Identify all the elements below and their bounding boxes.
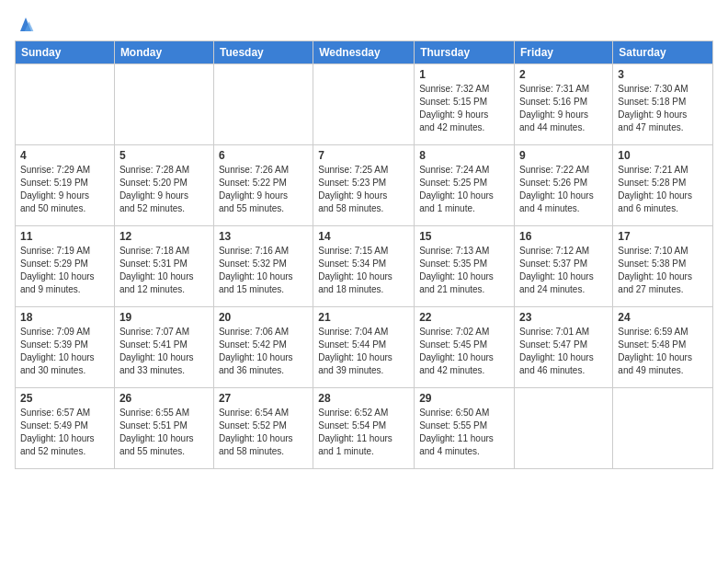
day-info: Sunrise: 7:13 AM Sunset: 5:35 PM Dayligh…	[419, 245, 509, 296]
day-info: Sunrise: 7:31 AM Sunset: 5:16 PM Dayligh…	[519, 83, 608, 134]
day-cell: 15Sunrise: 7:13 AM Sunset: 5:35 PM Dayli…	[415, 226, 515, 307]
day-number: 28	[318, 392, 409, 405]
day-cell: 18Sunrise: 7:09 AM Sunset: 5:39 PM Dayli…	[16, 307, 115, 388]
day-info: Sunrise: 6:59 AM Sunset: 5:48 PM Dayligh…	[618, 326, 708, 377]
logo	[15, 15, 40, 37]
day-cell: 12Sunrise: 7:18 AM Sunset: 5:31 PM Dayli…	[114, 226, 213, 307]
day-number: 6	[219, 149, 308, 162]
day-number: 11	[20, 230, 109, 243]
day-number: 20	[219, 311, 308, 324]
day-cell: 6Sunrise: 7:26 AM Sunset: 5:22 PM Daylig…	[213, 145, 313, 226]
day-cell	[16, 64, 115, 145]
day-cell: 20Sunrise: 7:06 AM Sunset: 5:42 PM Dayli…	[213, 307, 313, 388]
day-header-sunday: Sunday	[16, 41, 115, 64]
day-number: 18	[20, 311, 109, 324]
day-cell: 29Sunrise: 6:50 AM Sunset: 5:55 PM Dayli…	[415, 388, 515, 469]
day-cell	[114, 64, 213, 145]
day-cell: 5Sunrise: 7:28 AM Sunset: 5:20 PM Daylig…	[114, 145, 213, 226]
day-info: Sunrise: 7:32 AM Sunset: 5:15 PM Dayligh…	[419, 83, 509, 134]
day-info: Sunrise: 7:24 AM Sunset: 5:25 PM Dayligh…	[419, 164, 509, 215]
day-cell: 4Sunrise: 7:29 AM Sunset: 5:19 PM Daylig…	[16, 145, 115, 226]
day-cell: 10Sunrise: 7:21 AM Sunset: 5:28 PM Dayli…	[613, 145, 713, 226]
day-cell: 1Sunrise: 7:32 AM Sunset: 5:15 PM Daylig…	[415, 64, 515, 145]
day-info: Sunrise: 6:57 AM Sunset: 5:49 PM Dayligh…	[20, 407, 109, 458]
day-cell: 19Sunrise: 7:07 AM Sunset: 5:41 PM Dayli…	[114, 307, 213, 388]
day-number: 22	[419, 311, 509, 324]
day-info: Sunrise: 7:26 AM Sunset: 5:22 PM Dayligh…	[219, 164, 308, 215]
day-number: 10	[618, 149, 708, 162]
day-info: Sunrise: 6:54 AM Sunset: 5:52 PM Dayligh…	[219, 407, 308, 458]
day-cell: 14Sunrise: 7:15 AM Sunset: 5:34 PM Dayli…	[313, 226, 415, 307]
day-cell: 25Sunrise: 6:57 AM Sunset: 5:49 PM Dayli…	[16, 388, 115, 469]
week-row-5: 25Sunrise: 6:57 AM Sunset: 5:49 PM Dayli…	[16, 388, 713, 469]
day-number: 8	[419, 149, 509, 162]
day-header-monday: Monday	[114, 41, 213, 64]
day-number: 9	[519, 149, 608, 162]
day-number: 16	[519, 230, 608, 243]
day-info: Sunrise: 7:22 AM Sunset: 5:26 PM Dayligh…	[519, 164, 608, 215]
day-header-tuesday: Tuesday	[213, 41, 313, 64]
day-number: 14	[318, 230, 409, 243]
day-number: 15	[419, 230, 509, 243]
day-number: 23	[519, 311, 608, 324]
day-number: 2	[519, 68, 608, 81]
day-number: 5	[119, 149, 209, 162]
day-cell: 13Sunrise: 7:16 AM Sunset: 5:32 PM Dayli…	[213, 226, 313, 307]
day-info: Sunrise: 7:25 AM Sunset: 5:23 PM Dayligh…	[318, 164, 409, 215]
day-header-friday: Friday	[515, 41, 613, 64]
day-info: Sunrise: 7:19 AM Sunset: 5:29 PM Dayligh…	[20, 245, 109, 296]
header-row: SundayMondayTuesdayWednesdayThursdayFrid…	[16, 41, 713, 64]
day-number: 24	[618, 311, 708, 324]
day-number: 3	[618, 68, 708, 81]
day-cell: 3Sunrise: 7:30 AM Sunset: 5:18 PM Daylig…	[613, 64, 713, 145]
week-row-3: 11Sunrise: 7:19 AM Sunset: 5:29 PM Dayli…	[16, 226, 713, 307]
day-cell: 24Sunrise: 6:59 AM Sunset: 5:48 PM Dayli…	[613, 307, 713, 388]
day-cell: 9Sunrise: 7:22 AM Sunset: 5:26 PM Daylig…	[515, 145, 613, 226]
day-cell: 27Sunrise: 6:54 AM Sunset: 5:52 PM Dayli…	[213, 388, 313, 469]
day-cell: 21Sunrise: 7:04 AM Sunset: 5:44 PM Dayli…	[313, 307, 415, 388]
day-info: Sunrise: 7:07 AM Sunset: 5:41 PM Dayligh…	[119, 326, 209, 377]
logo-icon	[15, 15, 37, 37]
day-cell: 23Sunrise: 7:01 AM Sunset: 5:47 PM Dayli…	[515, 307, 613, 388]
page-header	[15, 15, 713, 37]
day-cell	[313, 64, 415, 145]
day-cell: 8Sunrise: 7:24 AM Sunset: 5:25 PM Daylig…	[415, 145, 515, 226]
day-info: Sunrise: 7:04 AM Sunset: 5:44 PM Dayligh…	[318, 326, 409, 377]
day-info: Sunrise: 7:21 AM Sunset: 5:28 PM Dayligh…	[618, 164, 708, 215]
day-info: Sunrise: 7:01 AM Sunset: 5:47 PM Dayligh…	[519, 326, 608, 377]
week-row-1: 1Sunrise: 7:32 AM Sunset: 5:15 PM Daylig…	[16, 64, 713, 145]
day-number: 17	[618, 230, 708, 243]
day-header-wednesday: Wednesday	[313, 41, 415, 64]
day-info: Sunrise: 6:52 AM Sunset: 5:54 PM Dayligh…	[318, 407, 409, 458]
day-cell: 11Sunrise: 7:19 AM Sunset: 5:29 PM Dayli…	[16, 226, 115, 307]
day-info: Sunrise: 7:29 AM Sunset: 5:19 PM Dayligh…	[20, 164, 109, 215]
day-number: 13	[219, 230, 308, 243]
day-number: 4	[20, 149, 109, 162]
day-number: 19	[119, 311, 209, 324]
day-number: 25	[20, 392, 109, 405]
day-info: Sunrise: 7:09 AM Sunset: 5:39 PM Dayligh…	[20, 326, 109, 377]
day-cell	[515, 388, 613, 469]
day-number: 1	[419, 68, 509, 81]
day-number: 27	[219, 392, 308, 405]
day-cell: 16Sunrise: 7:12 AM Sunset: 5:37 PM Dayli…	[515, 226, 613, 307]
day-header-saturday: Saturday	[613, 41, 713, 64]
day-cell: 7Sunrise: 7:25 AM Sunset: 5:23 PM Daylig…	[313, 145, 415, 226]
day-cell	[613, 388, 713, 469]
day-cell: 17Sunrise: 7:10 AM Sunset: 5:38 PM Dayli…	[613, 226, 713, 307]
day-info: Sunrise: 7:06 AM Sunset: 5:42 PM Dayligh…	[219, 326, 308, 377]
day-info: Sunrise: 7:02 AM Sunset: 5:45 PM Dayligh…	[419, 326, 509, 377]
day-info: Sunrise: 7:10 AM Sunset: 5:38 PM Dayligh…	[618, 245, 708, 296]
day-info: Sunrise: 7:15 AM Sunset: 5:34 PM Dayligh…	[318, 245, 409, 296]
day-number: 26	[119, 392, 209, 405]
week-row-4: 18Sunrise: 7:09 AM Sunset: 5:39 PM Dayli…	[16, 307, 713, 388]
week-row-2: 4Sunrise: 7:29 AM Sunset: 5:19 PM Daylig…	[16, 145, 713, 226]
day-cell	[213, 64, 313, 145]
day-info: Sunrise: 6:50 AM Sunset: 5:55 PM Dayligh…	[419, 407, 509, 458]
day-cell: 2Sunrise: 7:31 AM Sunset: 5:16 PM Daylig…	[515, 64, 613, 145]
day-number: 7	[318, 149, 409, 162]
calendar-table: SundayMondayTuesdayWednesdayThursdayFrid…	[15, 40, 713, 469]
day-info: Sunrise: 7:28 AM Sunset: 5:20 PM Dayligh…	[119, 164, 209, 215]
day-info: Sunrise: 7:18 AM Sunset: 5:31 PM Dayligh…	[119, 245, 209, 296]
day-info: Sunrise: 7:12 AM Sunset: 5:37 PM Dayligh…	[519, 245, 608, 296]
